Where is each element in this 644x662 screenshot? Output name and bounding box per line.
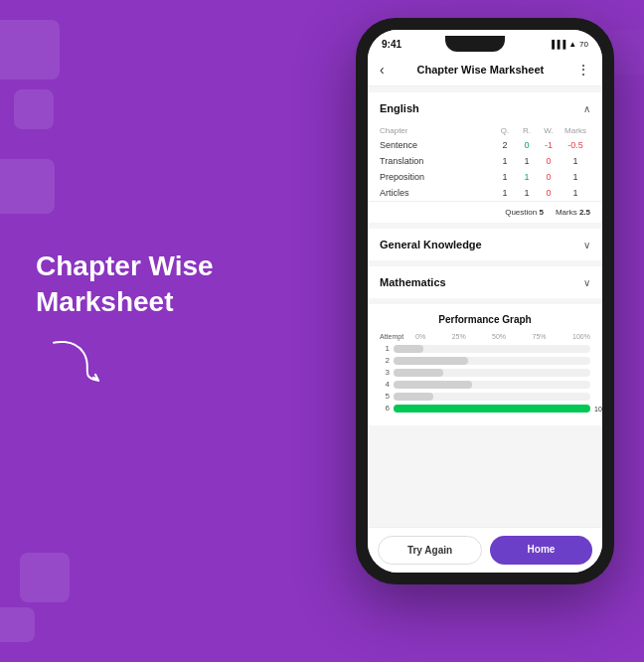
axis-100: 100% (572, 333, 590, 340)
q-val: 2 (495, 140, 515, 150)
signal-icon: ▐▐▐ (549, 40, 565, 49)
perf-row-3: 3 (380, 368, 590, 377)
attempt-num: 3 (380, 368, 390, 377)
bar-fill (394, 393, 433, 401)
attempt-label: Attempt (380, 333, 415, 340)
scroll-content[interactable]: English ∧ Chapter Q. R. W. Marks Sentenc… (368, 86, 602, 527)
mathematics-title: Mathematics (380, 276, 446, 288)
bar-track: 100% (394, 405, 590, 413)
math-chevron-icon: ∨ (583, 277, 590, 288)
app-header: ‹ Chapter Wise Marksheet ⋮ (368, 54, 602, 86)
r-val: 1 (517, 172, 537, 182)
bottom-bar: Try Again Home (368, 527, 602, 573)
mathematics-header[interactable]: Mathematics ∨ (368, 266, 602, 298)
try-again-button[interactable]: Try Again (378, 536, 482, 565)
w-val: -1 (539, 140, 559, 150)
table-header: Chapter Q. R. W. Marks (368, 124, 602, 137)
marks-val: -0.5 (561, 140, 590, 150)
attempt-num: 2 (380, 356, 390, 365)
header-title: Chapter Wise Marksheet (417, 64, 545, 76)
bar-track (394, 393, 590, 401)
more-menu-button[interactable]: ⋮ (576, 62, 590, 78)
axis-0: 0% (415, 333, 425, 340)
marks-val: 1 (561, 172, 590, 182)
col-r: R. (517, 126, 537, 135)
bar-fill (394, 381, 472, 389)
bar-fill-green (394, 405, 590, 413)
status-icons: ▐▐▐ ▲ 70 (549, 40, 588, 49)
marks-total: Marks 2.5 (556, 208, 590, 217)
back-button[interactable]: ‹ (380, 62, 385, 78)
table-row: Translation 1 1 0 1 (368, 153, 602, 169)
gk-chevron-icon: ∨ (583, 240, 590, 250)
marks-val: 1 (561, 188, 590, 198)
wifi-icon: ▲ (568, 40, 576, 49)
dynamic-island (445, 36, 505, 52)
bar-pct-label: 100% (594, 405, 602, 412)
w-val: 0 (539, 156, 559, 166)
performance-graph-section: Performance Graph Attempt 0% 25% 50% 75%… (368, 304, 602, 425)
axis-25: 25% (452, 333, 466, 340)
r-val: 0 (517, 140, 537, 150)
axis-row: Attempt 0% 25% 50% 75% 100% (380, 333, 590, 340)
bar-track (394, 345, 590, 353)
col-w: W. (539, 126, 559, 135)
phone-screen: 9:41 ▐▐▐ ▲ 70 ‹ Chapter Wise Marksheet ⋮ (368, 30, 602, 573)
chapter-name: Translation (380, 156, 493, 166)
axis-50: 50% (492, 333, 506, 340)
status-bar: 9:41 ▐▐▐ ▲ 70 (368, 30, 602, 54)
attempt-num: 1 (380, 344, 390, 353)
table-row: Sentence 2 0 -1 -0.5 (368, 137, 602, 153)
perf-row-2: 2 (380, 356, 590, 365)
perf-row-5: 5 (380, 392, 590, 401)
bar-track (394, 357, 590, 365)
chapter-name: Sentence (380, 140, 493, 150)
q-val: 1 (495, 172, 515, 182)
q-val: 1 (495, 156, 515, 166)
bar-track (394, 369, 590, 377)
english-section: English ∧ Chapter Q. R. W. Marks Sentenc… (368, 92, 602, 223)
bar-fill (394, 345, 423, 353)
bar-track (394, 381, 590, 389)
attempt-num: 4 (380, 380, 390, 389)
table-row: Preposition 1 1 0 1 (368, 169, 602, 185)
status-time: 9:41 (382, 39, 402, 50)
attempt-num: 6 (380, 404, 390, 413)
perf-row-4: 4 (380, 380, 590, 389)
r-val: 1 (517, 156, 537, 166)
phone-body: 9:41 ▐▐▐ ▲ 70 ‹ Chapter Wise Marksheet ⋮ (356, 18, 614, 584)
general-knowledge-title: General Knowledge (380, 239, 482, 250)
bar-fill (394, 357, 468, 365)
col-chapter: Chapter (380, 126, 493, 135)
english-section-title: English (380, 102, 419, 114)
phone-mockup: 9:41 ▐▐▐ ▲ 70 ‹ Chapter Wise Marksheet ⋮ (356, 18, 614, 644)
performance-graph-title: Performance Graph (380, 314, 590, 325)
home-button[interactable]: Home (490, 536, 592, 565)
perf-row-1: 1 (380, 344, 590, 353)
battery-icon: 70 (579, 40, 588, 49)
perf-row-6: 6 100% (380, 404, 590, 413)
bar-fill (394, 369, 443, 377)
general-knowledge-header[interactable]: General Knowledge ∨ (368, 229, 602, 260)
q-val: 1 (495, 188, 515, 198)
attempt-num: 5 (380, 392, 390, 401)
w-val: 0 (539, 172, 559, 182)
question-total: Question 5 (505, 208, 544, 217)
left-promo-text: Chapter Wise Marksheet (36, 248, 214, 387)
chapter-name: Preposition (380, 172, 493, 182)
chapter-name: Articles (380, 188, 493, 198)
general-knowledge-section: General Knowledge ∨ (368, 229, 602, 260)
w-val: 0 (539, 188, 559, 198)
mathematics-section: Mathematics ∨ (368, 266, 602, 298)
col-marks: Marks (561, 126, 590, 135)
english-section-header[interactable]: English ∧ (368, 92, 602, 124)
axis-75: 75% (533, 333, 547, 340)
axis-labels: 0% 25% 50% 75% 100% (415, 333, 590, 340)
decorative-arrow (44, 333, 123, 383)
r-val: 1 (517, 188, 537, 198)
marks-val: 1 (561, 156, 590, 166)
english-chevron-icon: ∧ (583, 103, 590, 114)
col-q: Q. (495, 126, 515, 135)
promo-title: Chapter Wise Marksheet (36, 248, 214, 321)
table-row: Articles 1 1 0 1 (368, 185, 602, 201)
